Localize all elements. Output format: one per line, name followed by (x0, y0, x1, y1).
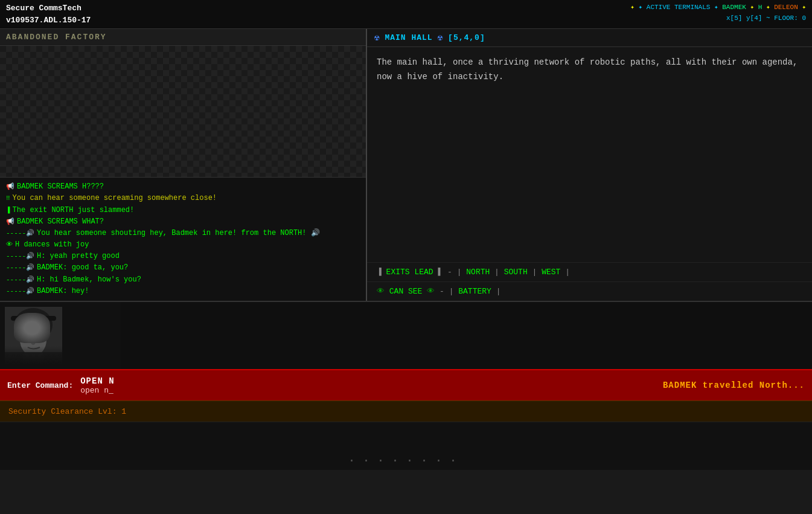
message-icon: -----🔊 (6, 263, 34, 274)
command-label: Enter Command: (7, 381, 73, 390)
star2-icon: ✦ (750, 4, 758, 11)
message-icon: ‼ (6, 193, 10, 204)
svg-point-4 (26, 335, 31, 339)
message-text: BADMEK SCREAMS WHAT? (17, 216, 104, 228)
svg-rect-0 (5, 307, 62, 364)
message-text: H: yeah pretty good (37, 251, 120, 262)
room-coords: [5,4,0] (448, 33, 485, 42)
message-icon: -----🔊 (6, 251, 34, 262)
top-right-info: ✦ ✦ ACTIVE TERMINALS ✦ BADMEK ✦ H ✦ DELE… (630, 2, 806, 24)
message-line: -----🔊H: hi Badmek, how's you? (6, 274, 360, 286)
message-icon: 📢 (6, 217, 14, 228)
avatar-image: BADMEK (5, 307, 62, 364)
svg-point-6 (31, 339, 36, 345)
security-clearance: Security Clearance Lvl: 1 (8, 407, 126, 416)
svg-rect-2 (11, 316, 56, 321)
message-line: -----🔊You hear someone shouting hey, Bad… (6, 228, 360, 239)
message-icon: 👁 (6, 240, 13, 251)
chat-log-bottom (121, 302, 812, 369)
message-line: ▐The exit NORTH just slammed! (6, 205, 360, 216)
message-icon: -----🔊 (6, 228, 34, 239)
message-text: You can hear someone screaming somewhere… (13, 193, 217, 204)
message-log[interactable]: 📢BADMEK SCREAMS H????‼You can hear someo… (0, 177, 366, 301)
exits-label: EXITS LEAD (386, 268, 433, 277)
message-text: H dances with joy (15, 239, 89, 251)
svg-rect-8 (5, 352, 62, 364)
bottom-area: BADMEK (0, 301, 812, 369)
avatar-section: BADMEK (0, 302, 121, 369)
command-text-display: open n_ (80, 386, 663, 395)
message-text: The exit NORTH just slammed! (13, 205, 135, 216)
map-area (0, 46, 366, 177)
area-title: ABANDONED FACTORY (0, 29, 366, 46)
right-panel: ☢ MAIN HALL ☢ [5,4,0] The main hall, onc… (367, 29, 812, 301)
map-grid (0, 46, 366, 177)
security-bar: Security Clearance Lvl: 1 (0, 400, 812, 422)
room-description: The main hall, once a thriving network o… (367, 47, 812, 262)
svg-point-1 (14, 308, 53, 342)
message-icon: 📢 (6, 182, 14, 193)
exit-west[interactable]: WEST (542, 268, 565, 277)
exits-icon-left: ▐ (377, 268, 386, 277)
exit-north[interactable]: NORTH (466, 268, 494, 277)
svg-rect-7 (23, 352, 44, 364)
can-see-label: CAN SEE (389, 287, 423, 296)
message-icon: ▐ (6, 205, 10, 216)
deleon-label: DELEON (774, 4, 798, 11)
room-icon-left: ☢ (374, 33, 380, 43)
top-bar: Secure CommsTech v109537.ADL.150-17 ✦ ✦ … (0, 0, 812, 29)
command-bar[interactable]: Enter Command: OPEN N open n_ BADMEK tra… (0, 369, 812, 400)
command-input-area[interactable]: OPEN N open n_ (80, 376, 663, 395)
message-text: BADMEK SCREAMS H???? (17, 181, 104, 193)
badmek-label: BADMEK (722, 4, 746, 11)
message-icon: -----🔊 (6, 286, 34, 297)
message-line: 📢BADMEK SCREAMS H???? (6, 181, 360, 193)
see-battery[interactable]: BATTERY (458, 287, 496, 296)
avatar-svg (5, 307, 62, 364)
message-text: You hear someone shouting hey, Badmek in… (37, 228, 320, 239)
room-icon-right: ☢ (438, 33, 443, 43)
message-icon: -----🔊 (6, 275, 34, 286)
room-header: ☢ MAIN HALL ☢ [5,4,0] (367, 29, 812, 47)
coords-display: x[5] y[4] ~ FLOOR: 0 (630, 13, 806, 24)
avatar-face (5, 307, 62, 364)
message-text: BADMEK: hey! (37, 286, 89, 297)
left-panel: ABANDONED FACTORY 📢BADMEK SCREAMS H????‼… (0, 29, 367, 301)
star-icon: ✦ (630, 4, 635, 11)
app-title: Secure CommsTech v109537.ADL.150-17 (6, 2, 91, 26)
footer-area: ........ (0, 422, 812, 470)
svg-point-3 (20, 324, 46, 356)
svg-point-5 (37, 335, 42, 339)
message-line: 👁H dances with joy (6, 239, 360, 251)
message-line: -----🔊H: yeah pretty good (6, 251, 360, 262)
cursor: _ (109, 386, 113, 395)
can-see-section: 👁 CAN SEE 👁 - | BATTERY | (367, 281, 812, 301)
exit-south[interactable]: SOUTH (504, 268, 532, 277)
message-line: -----🔊BADMEK: good ta, you? (6, 262, 360, 274)
exits-icon-right: ▌ (438, 268, 443, 277)
star4-icon: ✦ (802, 4, 806, 11)
footer-text: ........ (348, 451, 464, 465)
star3-icon: ✦ (766, 4, 774, 11)
eye-icon-left: 👁 (377, 287, 389, 296)
message-line: -----🔊BADMEK: hey! (6, 286, 360, 297)
room-name: MAIN HALL (385, 33, 432, 42)
main-content: ABANDONED FACTORY 📢BADMEK SCREAMS H????‼… (0, 29, 812, 301)
command-name-display: OPEN N (80, 376, 663, 386)
message-line: 📢BADMEK SCREAMS WHAT? (6, 216, 360, 228)
message-line: ‼You can hear someone screaming somewher… (6, 193, 360, 204)
eye-icon-right: 👁 (427, 287, 435, 296)
message-text: H: hi Badmek, how's you? (37, 274, 141, 286)
exits-section: ▐ EXITS LEAD ▌ - | NORTH | SOUTH | WEST … (367, 262, 812, 281)
h-label: H (758, 4, 762, 11)
status-message: BADMEK travelled North... (663, 381, 805, 390)
message-text: BADMEK: good ta, you? (37, 262, 128, 274)
